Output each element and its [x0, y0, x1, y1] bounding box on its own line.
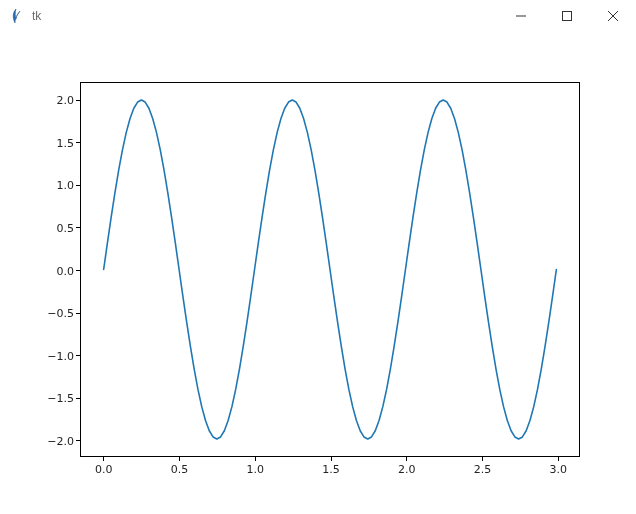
y-tick-label: 2.0 [57, 94, 75, 107]
y-tick-label: 0.0 [57, 264, 75, 277]
x-tick-label: 2.5 [474, 463, 492, 476]
x-tick-label: 1.5 [322, 463, 340, 476]
y-tick-label: 1.0 [57, 179, 75, 192]
y-tick [76, 440, 81, 441]
maximize-button[interactable] [544, 0, 590, 32]
chart-figure: 0.00.51.01.52.02.53.0−2.0−1.5−1.0−0.50.0… [0, 32, 636, 514]
y-tick [76, 227, 81, 228]
chart-line-svg [81, 83, 579, 456]
window-title: tk [32, 9, 41, 23]
x-tick [255, 456, 256, 461]
x-tick [179, 456, 180, 461]
x-tick [103, 456, 104, 461]
x-tick [406, 456, 407, 461]
chart-axes: 0.00.51.01.52.02.53.0−2.0−1.5−1.0−0.50.0… [80, 82, 580, 457]
y-tick-label: −1.0 [47, 349, 74, 362]
y-tick-label: 1.5 [57, 136, 75, 149]
close-button[interactable] [590, 0, 636, 32]
y-tick-label: −0.5 [47, 307, 74, 320]
y-tick [76, 185, 81, 186]
x-tick [331, 456, 332, 461]
y-tick-label: −1.5 [47, 392, 74, 405]
x-tick-label: 0.5 [171, 463, 189, 476]
y-tick [76, 270, 81, 271]
y-tick [76, 142, 81, 143]
y-tick [76, 398, 81, 399]
window-controls [498, 0, 636, 32]
chart-series-line [104, 100, 557, 439]
titlebar-left: tk [8, 8, 41, 24]
x-tick-label: 0.0 [95, 463, 113, 476]
y-tick [76, 355, 81, 356]
x-tick-label: 1.0 [246, 463, 264, 476]
y-tick [76, 100, 81, 101]
x-tick [558, 456, 559, 461]
minimize-button[interactable] [498, 0, 544, 32]
y-tick [76, 313, 81, 314]
window-titlebar: tk [0, 0, 636, 32]
svg-rect-1 [563, 12, 572, 21]
x-tick-label: 2.0 [398, 463, 416, 476]
y-tick-label: −2.0 [47, 434, 74, 447]
x-tick-label: 3.0 [550, 463, 568, 476]
y-tick-label: 0.5 [57, 221, 75, 234]
x-tick [482, 456, 483, 461]
tk-feather-icon [8, 8, 24, 24]
